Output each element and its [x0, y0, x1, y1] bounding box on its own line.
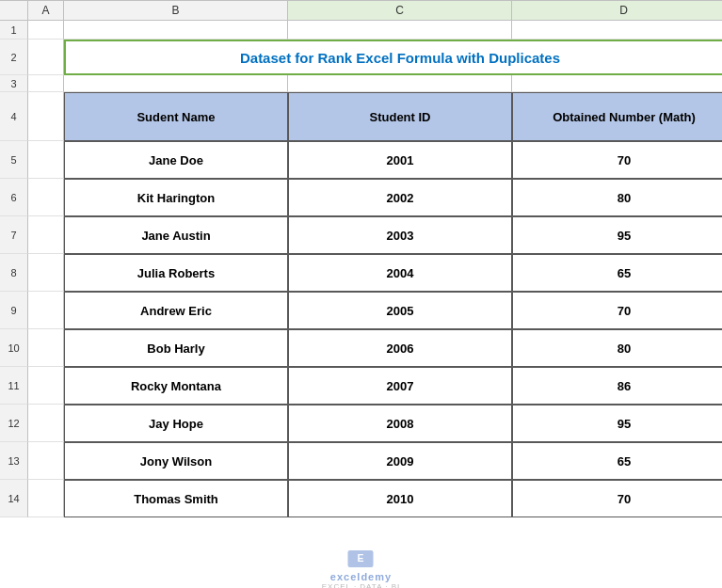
cell-c3[interactable] — [288, 75, 512, 92]
cell-id-7[interactable]: 2003 — [288, 216, 512, 254]
cell-a3[interactable] — [28, 75, 64, 92]
table-row-7: 7 Jane Austin 2003 95 — [0, 216, 722, 254]
watermark-tagline: EXCEL · DATA · BI — [322, 582, 401, 589]
cell-id-6[interactable]: 2002 — [288, 179, 512, 216]
rownum-3: 3 — [0, 75, 28, 92]
cell-id-10[interactable]: 2006 — [288, 329, 512, 367]
rownum-6: 6 — [0, 179, 28, 216]
header-id: Student ID — [288, 92, 512, 141]
cell-id-14[interactable]: 2010 — [288, 480, 512, 517]
table-header-row: 4 Sudent Name Student ID Obtained Number… — [0, 92, 722, 141]
cell-a11[interactable] — [28, 367, 64, 405]
cell-b1[interactable] — [64, 21, 288, 40]
spreadsheet: A B C D 1 2 Dataset for Rank Excel Formu… — [0, 0, 722, 588]
cell-a7[interactable] — [28, 216, 64, 254]
exceldemy-logo-icon: E — [346, 548, 375, 569]
rownum-12: 12 — [0, 405, 28, 442]
cell-a5[interactable] — [28, 141, 64, 179]
cell-score-5[interactable]: 70 — [512, 141, 722, 179]
cell-id-9[interactable]: 2005 — [288, 292, 512, 329]
cell-name-14[interactable]: Thomas Smith — [64, 480, 288, 517]
rownum-1: 1 — [0, 21, 28, 40]
cell-name-5[interactable]: Jane Doe — [64, 141, 288, 179]
cell-a14[interactable] — [28, 480, 64, 517]
cell-c1[interactable] — [288, 21, 512, 40]
cell-name-9[interactable]: Andrew Eric — [64, 292, 288, 329]
data-rows: 5 Jane Doe 2001 70 6 Kit Harington 2002 … — [0, 141, 722, 517]
cell-a2[interactable] — [28, 40, 64, 75]
rownum-4: 4 — [0, 92, 28, 141]
cell-name-10[interactable]: Bob Harly — [64, 329, 288, 367]
header-score: Obtained Number (Math) — [512, 92, 722, 141]
cell-score-12[interactable]: 95 — [512, 405, 722, 442]
cell-d1[interactable] — [512, 21, 722, 40]
watermark-row: E exceldemy EXCEL · DATA · BI — [0, 550, 722, 588]
col-header-b: B — [64, 0, 288, 20]
corner-cell — [0, 0, 28, 20]
cell-score-8[interactable]: 65 — [512, 254, 722, 292]
cell-a13[interactable] — [28, 442, 64, 480]
row-1: 1 — [0, 21, 722, 40]
table-row-11: 11 Rocky Montana 2007 86 — [0, 367, 722, 405]
cell-score-7[interactable]: 95 — [512, 216, 722, 254]
cell-id-8[interactable]: 2004 — [288, 254, 512, 292]
table-row-10: 10 Bob Harly 2006 80 — [0, 329, 722, 367]
table-row-13: 13 Jony Wilson 2009 65 — [0, 442, 722, 480]
cell-score-6[interactable]: 80 — [512, 179, 722, 216]
cell-name-7[interactable]: Jane Austin — [64, 216, 288, 254]
table-row-8: 8 Julia Roberts 2004 65 — [0, 254, 722, 292]
table-row-14: 14 Thomas Smith 2010 70 — [0, 480, 722, 517]
cell-a4[interactable] — [28, 92, 64, 141]
row-2: 2 Dataset for Rank Excel Formula with Du… — [0, 40, 722, 75]
cell-a8[interactable] — [28, 254, 64, 292]
rownum-14: 14 — [0, 480, 28, 517]
col-header-a: A — [28, 0, 64, 20]
rownum-10: 10 — [0, 329, 28, 367]
cell-name-12[interactable]: Jay Hope — [64, 405, 288, 442]
cell-id-13[interactable]: 2009 — [288, 442, 512, 480]
rownum-8: 8 — [0, 254, 28, 292]
cell-b3[interactable] — [64, 75, 288, 92]
svg-text:E: E — [358, 552, 364, 564]
cell-score-14[interactable]: 70 — [512, 480, 722, 517]
cell-name-6[interactable]: Kit Harington — [64, 179, 288, 216]
table-row-6: 6 Kit Harington 2002 80 — [0, 179, 722, 216]
rownum-2: 2 — [0, 40, 28, 75]
watermark-name: exceldemy — [330, 571, 392, 582]
cell-a9[interactable] — [28, 292, 64, 329]
cell-a1[interactable] — [28, 21, 64, 40]
rownum-7: 7 — [0, 216, 28, 254]
col-header-c: C — [288, 0, 512, 20]
watermark: E exceldemy EXCEL · DATA · BI — [322, 548, 401, 589]
cell-id-11[interactable]: 2007 — [288, 367, 512, 405]
cell-a12[interactable] — [28, 405, 64, 442]
cell-a10[interactable] — [28, 329, 64, 367]
cell-score-11[interactable]: 86 — [512, 367, 722, 405]
table-row-9: 9 Andrew Eric 2005 70 — [0, 292, 722, 329]
col-header-d: D — [512, 0, 722, 20]
title-cell: Dataset for Rank Excel Formula with Dupl… — [64, 40, 722, 75]
cell-score-10[interactable]: 80 — [512, 329, 722, 367]
table-row-5: 5 Jane Doe 2001 70 — [0, 141, 722, 179]
cell-id-5[interactable]: 2001 — [288, 141, 512, 179]
rownum-9: 9 — [0, 292, 28, 329]
rownum-5: 5 — [0, 141, 28, 179]
cell-name-8[interactable]: Julia Roberts — [64, 254, 288, 292]
row-3: 3 — [0, 75, 722, 92]
cell-score-9[interactable]: 70 — [512, 292, 722, 329]
cell-score-13[interactable]: 65 — [512, 442, 722, 480]
grid-body: 1 2 Dataset for Rank Excel Formula with … — [0, 21, 722, 550]
rownum-11: 11 — [0, 367, 28, 405]
cell-a6[interactable] — [28, 179, 64, 216]
cell-d3[interactable] — [512, 75, 722, 92]
column-headers: A B C D — [0, 0, 722, 21]
cell-name-11[interactable]: Rocky Montana — [64, 367, 288, 405]
rownum-13: 13 — [0, 442, 28, 480]
table-row-12: 12 Jay Hope 2008 95 — [0, 405, 722, 442]
header-name: Sudent Name — [64, 92, 288, 141]
cell-name-13[interactable]: Jony Wilson — [64, 442, 288, 480]
cell-id-12[interactable]: 2008 — [288, 405, 512, 442]
